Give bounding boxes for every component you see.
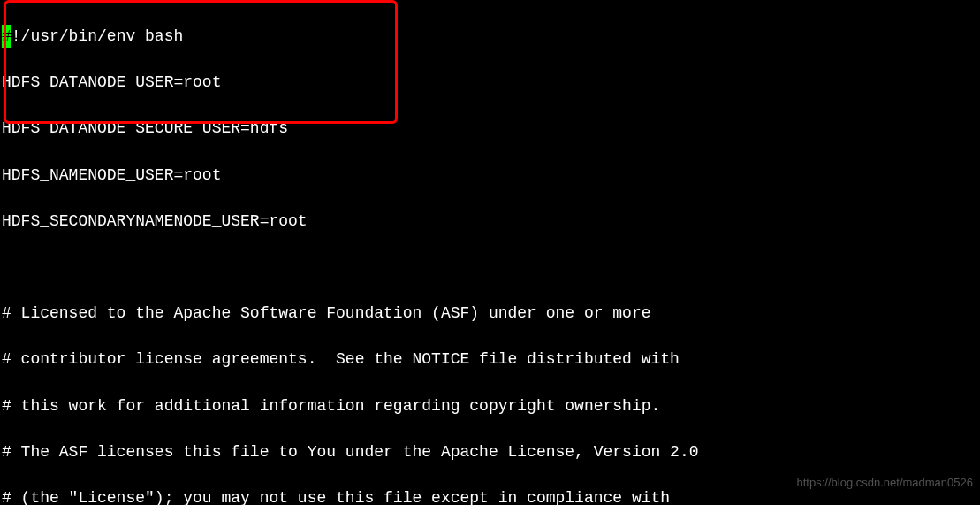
config-line: HDFS_NAMENODE_USER=root — [2, 164, 978, 187]
terminal-content[interactable]: #!/usr/bin/env bash HDFS_DATANODE_USER=r… — [2, 2, 978, 505]
cursor-block: # — [2, 25, 11, 48]
license-line: # The ASF licenses this file to You unde… — [2, 440, 978, 463]
shebang-rest: !/usr/bin/env bash — [11, 27, 183, 45]
shebang-line: #!/usr/bin/env bash — [2, 25, 978, 48]
watermark-text: https://blog.csdn.net/madman0526 — [797, 476, 973, 489]
license-line: # Licensed to the Apache Software Founda… — [2, 302, 978, 325]
license-line: # contributor license agreements. See th… — [2, 348, 978, 371]
license-line: # this work for additional information r… — [2, 394, 978, 417]
config-line: HDFS_DATANODE_SECURE_USER=hdfs — [2, 117, 978, 140]
config-line: HDFS_SECONDARYNAMENODE_USER=root — [2, 210, 978, 233]
license-line: # (the "License"); you may not use this … — [2, 486, 978, 505]
config-line: HDFS_DATANODE_USER=root — [2, 71, 978, 94]
